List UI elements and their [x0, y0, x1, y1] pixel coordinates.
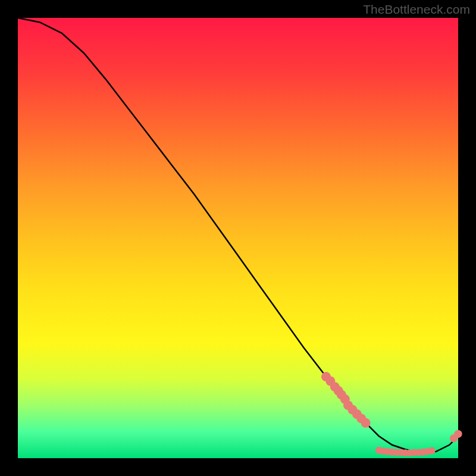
watermark-text: TheBottleneck.com [363, 2, 470, 17]
chart-container: TheBottleneck.com [0, 0, 476, 476]
data-marker [428, 447, 436, 454]
bottleneck-curve [18, 18, 458, 453]
plot-area [18, 18, 458, 458]
data-markers [321, 372, 462, 456]
chart-svg [18, 18, 458, 458]
data-marker [454, 430, 462, 438]
data-marker [361, 418, 371, 428]
